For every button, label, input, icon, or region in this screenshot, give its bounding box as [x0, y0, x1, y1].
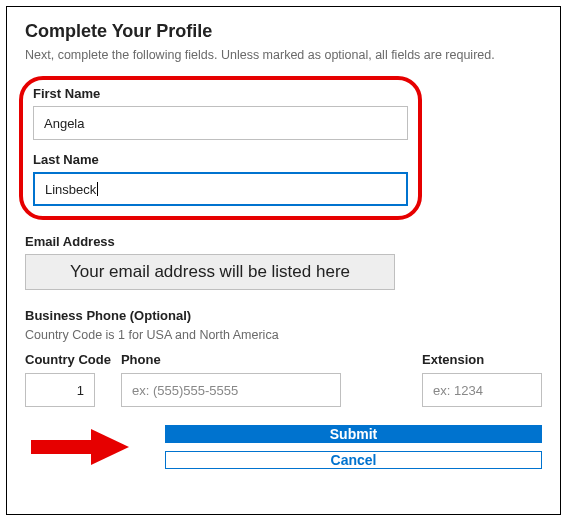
button-row: Submit Cancel	[25, 425, 542, 469]
email-label: Email Address	[25, 234, 542, 249]
page-title: Complete Your Profile	[25, 21, 542, 42]
email-group: Email Address Your email address will be…	[25, 234, 542, 290]
business-phone-note: Country Code is 1 for USA and North Amer…	[25, 328, 542, 342]
text-caret-icon	[97, 182, 98, 196]
extension-group: Extension	[422, 352, 542, 407]
phone-label: Phone	[121, 352, 341, 367]
phone-group: Phone	[121, 352, 341, 407]
cancel-button[interactable]: Cancel	[165, 451, 542, 469]
last-name-group: Last Name Linsbeck	[33, 152, 408, 206]
email-input[interactable]: Your email address will be listed here	[25, 254, 395, 290]
page-subtitle: Next, complete the following fields. Unl…	[25, 48, 542, 62]
first-name-input[interactable]	[33, 106, 408, 140]
last-name-value: Linsbeck	[45, 182, 96, 197]
country-code-input[interactable]	[25, 373, 95, 407]
phone-input[interactable]	[121, 373, 341, 407]
arrow-annotation	[25, 427, 155, 467]
svg-rect-0	[31, 440, 91, 454]
first-name-group: First Name	[33, 86, 408, 140]
extension-label: Extension	[422, 352, 542, 367]
submit-button[interactable]: Submit	[165, 425, 542, 443]
business-phone-label: Business Phone (Optional)	[25, 308, 542, 323]
country-code-group: Country Code	[25, 352, 111, 407]
last-name-input[interactable]: Linsbeck	[33, 172, 408, 206]
extension-input[interactable]	[422, 373, 542, 407]
arrow-right-icon	[25, 427, 135, 467]
name-callout: First Name Last Name Linsbeck	[19, 76, 422, 220]
first-name-label: First Name	[33, 86, 408, 101]
email-placeholder-text: Your email address will be listed here	[70, 262, 350, 282]
last-name-label: Last Name	[33, 152, 408, 167]
svg-marker-1	[91, 429, 129, 465]
business-phone-group: Business Phone (Optional) Country Code i…	[25, 308, 542, 407]
country-code-label: Country Code	[25, 352, 111, 367]
profile-form: Complete Your Profile Next, complete the…	[6, 6, 561, 515]
